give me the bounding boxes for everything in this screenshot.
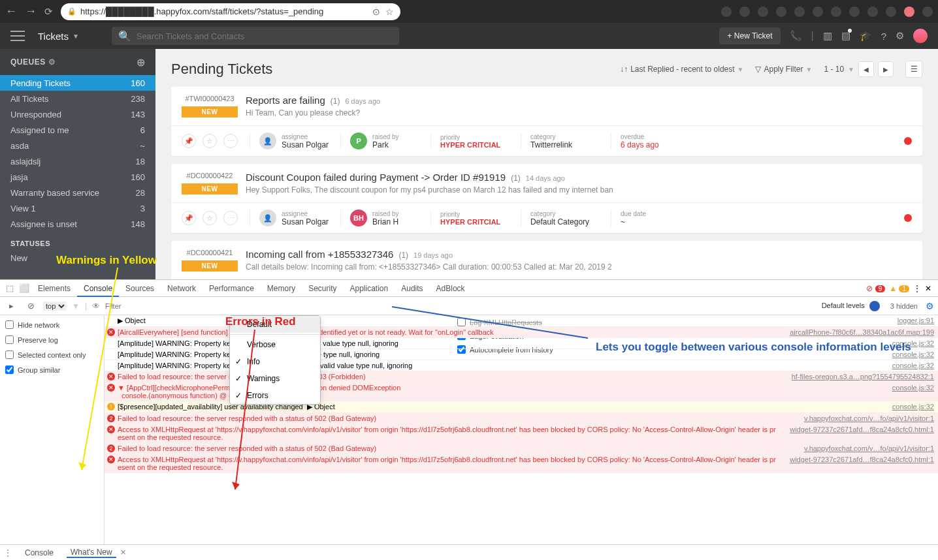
inspect-icon[interactable]: ⬚ [3, 283, 17, 293]
eye-icon[interactable]: 👁 [92, 302, 100, 311]
settings-icon[interactable]: ⚙ [926, 301, 934, 311]
forward-icon[interactable]: → [25, 5, 37, 18]
sidebar-item[interactable]: Unresponded143 [0, 106, 155, 122]
ext-icon[interactable] [758, 7, 768, 17]
ext-icon[interactable] [904, 7, 914, 17]
close-icon[interactable]: ✕ [120, 548, 126, 557]
log-line[interactable]: 2Failed to load resource: the server res… [105, 443, 938, 454]
search-box[interactable]: 🔍 [112, 27, 399, 45]
log-source[interactable]: widget-97237c2671afd…f8ca24a8cfc0.html:1 [777, 456, 934, 463]
filter-input[interactable] [105, 302, 236, 310]
view-toggle-icon[interactable]: ☰ [905, 61, 922, 78]
sidebar-icon[interactable]: ▸ [4, 301, 18, 311]
log-line[interactable]: 2Failed to load resource: the server res… [105, 413, 938, 424]
phone-icon[interactable]: 📞 [790, 30, 802, 42]
log-source[interactable]: hf-files-oregon.s3.a…png?1554795524832:1 [779, 373, 934, 381]
devtools-tab[interactable]: Audits [395, 280, 429, 297]
context-select[interactable]: top [43, 302, 67, 311]
console-option[interactable]: Group similar [5, 366, 99, 374]
grad-icon[interactable]: 🎓 [860, 30, 872, 42]
devtools-tab[interactable]: Sources [119, 280, 161, 297]
console-option[interactable]: Selected context only [5, 350, 99, 359]
log-source[interactable]: console.js:32 [879, 384, 934, 392]
book-icon[interactable]: ▤ [841, 30, 850, 42]
help-icon[interactable]: ? [881, 31, 886, 42]
ext-icon[interactable] [776, 7, 786, 17]
ext-icon[interactable] [886, 7, 896, 17]
back-icon[interactable]: ← [5, 5, 17, 18]
gear-icon[interactable]: ⚙ [896, 30, 904, 42]
url-bar[interactable]: 🔒 https://████████.happyfox.com/staff/ti… [61, 3, 400, 20]
sidebar-item[interactable]: asda~ [0, 138, 155, 153]
panel-icon[interactable]: ▥ [823, 30, 832, 42]
reload-icon[interactable]: ⟳ [44, 6, 53, 18]
console-option[interactable]: Preserve log [5, 335, 99, 344]
devtools-tab[interactable]: Console [77, 280, 119, 297]
error-count[interactable]: ⊘ 9 [866, 284, 885, 293]
more-icon[interactable]: ⋯ [223, 211, 238, 225]
level-option[interactable]: ✓Errors [230, 387, 320, 404]
sidebar-item[interactable]: View 13 [0, 200, 155, 216]
level-option[interactable]: Default [230, 316, 320, 333]
device-icon[interactable]: ⬜ [17, 283, 31, 293]
hidden-count[interactable]: 3 hidden [890, 302, 918, 310]
level-option[interactable]: Verbose [230, 336, 320, 353]
sidebar-item[interactable]: Assignee is unset148 [0, 216, 155, 232]
star-icon[interactable]: ☆ [385, 7, 394, 17]
level-option[interactable]: ✓Info [230, 353, 320, 370]
sidebar-item[interactable]: Warranty based service28 [0, 185, 155, 200]
prev-page-button[interactable]: ◀ [858, 61, 874, 77]
ext-icon[interactable] [831, 7, 841, 17]
ext-icon[interactable] [849, 7, 860, 17]
sort-dropdown[interactable]: ↓↑ Last Replied - recent to oldest ▼ [620, 65, 743, 74]
log-source[interactable]: console.js:32 [879, 350, 934, 358]
avatar[interactable] [913, 29, 928, 43]
devtools-tab[interactable]: Elements [31, 280, 77, 297]
log-source[interactable]: widget-97237c2671afd…f8ca24a8cfc0.html:1 [777, 426, 934, 433]
star-icon[interactable]: ☆ [202, 211, 217, 225]
clear-icon[interactable]: ⊘ [24, 301, 38, 311]
log-source[interactable]: aircallPhone-7f80c6f…38340a1ac6f.map:199 [777, 328, 934, 336]
search-icon[interactable]: ⊙ [372, 7, 380, 17]
sidebar-item[interactable]: Pending Tickets160 [0, 75, 155, 91]
ext-icon[interactable] [922, 7, 933, 17]
devtools-tab[interactable]: Performance [202, 280, 261, 297]
ext-icon[interactable] [794, 7, 805, 17]
ext-icon[interactable] [739, 7, 750, 17]
filter-dropdown[interactable]: ▽ Apply Filter ▼ [755, 65, 812, 74]
log-source[interactable]: logger.js:91 [884, 317, 934, 324]
log-source[interactable]: console.js:32 [879, 339, 934, 347]
devtools-tab[interactable]: AdBlock [430, 280, 472, 297]
ext-icon[interactable] [721, 7, 732, 17]
ticket-card[interactable]: #DC00000422 NEW Discount Coupon failed d… [171, 164, 922, 233]
drawer-whatsnew-tab[interactable]: What's New [67, 548, 116, 558]
more-icon[interactable]: ⋮ [913, 284, 921, 293]
gear-icon[interactable]: ⚙ [48, 57, 56, 67]
sidebar-item[interactable]: New [0, 250, 155, 266]
log-source[interactable]: console.js:32 [879, 362, 934, 369]
add-queue-icon[interactable]: ⊕ [137, 56, 146, 69]
levels-dropdown[interactable]: Default levels [822, 301, 880, 311]
log-source[interactable]: console.js:32 [879, 403, 934, 411]
module-title[interactable]: Tickets ▼ [38, 31, 79, 42]
console-option[interactable]: Hide network [5, 320, 99, 329]
log-line[interactable]: ✕Access to XMLHttpRequest at 'https://v.… [105, 454, 938, 473]
devtools-tab[interactable]: Application [344, 280, 395, 297]
close-icon[interactable]: ✕ [925, 284, 931, 293]
ticket-card[interactable]: #DC00000421 NEW Incoming call from +1855… [171, 241, 922, 279]
next-page-button[interactable]: ▶ [878, 61, 894, 77]
sidebar-item[interactable]: jasja160 [0, 169, 155, 185]
menu-icon[interactable] [10, 31, 25, 41]
ext-icon[interactable] [867, 7, 878, 17]
devtools-tab[interactable]: Network [161, 280, 202, 297]
levels-menu[interactable]: DefaultVerbose✓Info✓Warnings✓Errors [229, 315, 321, 405]
pin-icon[interactable]: 📌 [182, 211, 196, 225]
sidebar-item[interactable]: aslajdslj18 [0, 153, 155, 169]
pin-icon[interactable]: 📌 [182, 134, 196, 148]
new-ticket-button[interactable]: + New Ticket [719, 27, 780, 44]
sidebar-item[interactable]: All Tickets238 [0, 91, 155, 106]
drawer-console-tab[interactable]: Console [21, 548, 57, 557]
devtools-tab[interactable]: Memory [261, 280, 302, 297]
log-source[interactable]: v.happyfoxchat.com/v…fo/api/v1/visitor:1 [791, 414, 934, 422]
star-icon[interactable]: ☆ [202, 134, 217, 148]
